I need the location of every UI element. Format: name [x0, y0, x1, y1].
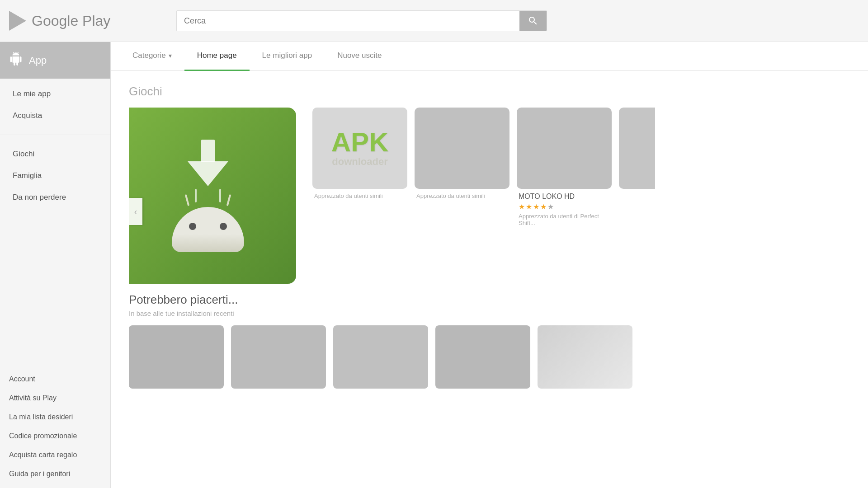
- featured-card-apk-downloader[interactable]: [129, 108, 296, 284]
- sidebar-item-codice-promozionale[interactable]: Codice promozionale: [0, 427, 110, 446]
- sidebar-top-section: Le mie app Acquista: [0, 79, 110, 131]
- app-card-grey-img: [415, 108, 509, 189]
- star-2: ★: [526, 202, 532, 211]
- sidebar-app-title: App: [29, 55, 47, 66]
- thumb-3[interactable]: [333, 325, 428, 389]
- android-body-graphic: [172, 207, 244, 252]
- sidebar-item-guida-genitori[interactable]: Guida per i genitori: [0, 465, 110, 483]
- sidebar-item-acquista-carta-regalo[interactable]: Acquista carta regalo: [0, 446, 110, 465]
- app-card-caption-1: Apprezzato da utenti simili: [312, 189, 407, 200]
- sidebar-bottom: Account Attività su Play La mia lista de…: [0, 365, 110, 488]
- sidebar-item-le-mie-app[interactable]: Le mie app: [0, 83, 110, 105]
- logo-text: Google Play: [32, 13, 110, 29]
- thumb-row: [129, 325, 850, 389]
- tab-nuove-uscite[interactable]: Nuove uscite: [325, 42, 394, 71]
- main-content: Categorie ▾ Home page Le migliori app Nu…: [111, 42, 868, 488]
- app-card-moto-loko[interactable]: MOTO LOKO HD ★ ★ ★ ★ ★ Apprezzato da ute…: [517, 108, 612, 230]
- nav-tabs: Categorie ▾ Home page Le migliori app Nu…: [111, 42, 868, 71]
- chevron-down-icon: ▾: [169, 52, 172, 59]
- search-icon: [528, 15, 538, 26]
- thumb-1[interactable]: [129, 325, 224, 389]
- sidebar-item-lista-desideri[interactable]: La mia lista desideri: [0, 408, 110, 427]
- sidebar: App Le mie app Acquista Giochi Famiglia …: [0, 42, 111, 488]
- search-input[interactable]: [177, 11, 519, 31]
- android-download-graphic: [172, 140, 244, 252]
- section1-title: Giochi: [129, 84, 850, 99]
- sidebar-mid-section: Giochi Famiglia Da non perdere: [0, 139, 110, 213]
- section2-subtitle: In base alle tue installazioni recenti: [129, 310, 850, 317]
- layout: App Le mie app Acquista Giochi Famiglia …: [0, 42, 868, 488]
- moto-loko-sub: Apprezzato da utenti di Perfect Shift...: [519, 213, 610, 226]
- sidebar-item-famiglia[interactable]: Famiglia: [0, 165, 110, 187]
- logo-area: Google Play: [9, 11, 167, 31]
- android-eye-left: [189, 223, 196, 230]
- tab-categorie[interactable]: Categorie ▾: [120, 42, 184, 71]
- moto-loko-stars: ★ ★ ★ ★ ★: [519, 202, 610, 211]
- app-card-apk-1[interactable]: APK downloader Apprezzato da utenti simi…: [312, 108, 407, 230]
- header: Google Play: [0, 0, 868, 42]
- partial-card-img: [619, 108, 655, 189]
- play-logo-icon: [9, 11, 26, 31]
- star-5: ★: [547, 202, 554, 211]
- sidebar-divider-1: [0, 135, 110, 135]
- section2-title: Potrebbero piacerti...: [129, 293, 850, 307]
- star-4: ★: [540, 202, 547, 211]
- downloader-text: downloader: [332, 156, 387, 168]
- sidebar-item-giochi[interactable]: Giochi: [0, 143, 110, 165]
- sidebar-app-header[interactable]: App: [0, 42, 110, 79]
- sidebar-item-account[interactable]: Account: [0, 370, 110, 389]
- star-1: ★: [519, 202, 525, 211]
- apk-text: APK: [331, 129, 389, 156]
- app-card-apk-img: APK downloader: [312, 108, 407, 189]
- search-bar: [176, 10, 547, 31]
- sidebar-item-acquista[interactable]: Acquista: [0, 105, 110, 127]
- tab-home-page[interactable]: Home page: [184, 42, 250, 71]
- thumb-2[interactable]: [231, 325, 326, 389]
- star-3: ★: [533, 202, 539, 211]
- android-icon: [9, 52, 23, 69]
- content-area: Giochi ‹: [111, 71, 868, 488]
- scroll-row-1: ‹: [129, 108, 850, 284]
- sidebar-item-attivita[interactable]: Attività su Play: [0, 389, 110, 408]
- thumb-5[interactable]: [538, 325, 632, 389]
- moto-loko-img: [517, 108, 612, 189]
- moto-loko-title: MOTO LOKO HD: [519, 192, 610, 201]
- android-eye-right: [220, 223, 227, 230]
- app-card-grey-2[interactable]: Apprezzato da utenti simili: [415, 108, 509, 230]
- app-card-partial: [619, 108, 655, 230]
- tab-migliori-app[interactable]: Le migliori app: [250, 42, 325, 71]
- app-card-caption-2: Apprezzato da utenti simili: [415, 189, 509, 200]
- left-chevron-button[interactable]: ‹: [129, 198, 142, 225]
- thumb-4[interactable]: [435, 325, 530, 389]
- sidebar-item-da-non-perdere[interactable]: Da non perdere: [0, 187, 110, 208]
- search-button[interactable]: [519, 11, 547, 31]
